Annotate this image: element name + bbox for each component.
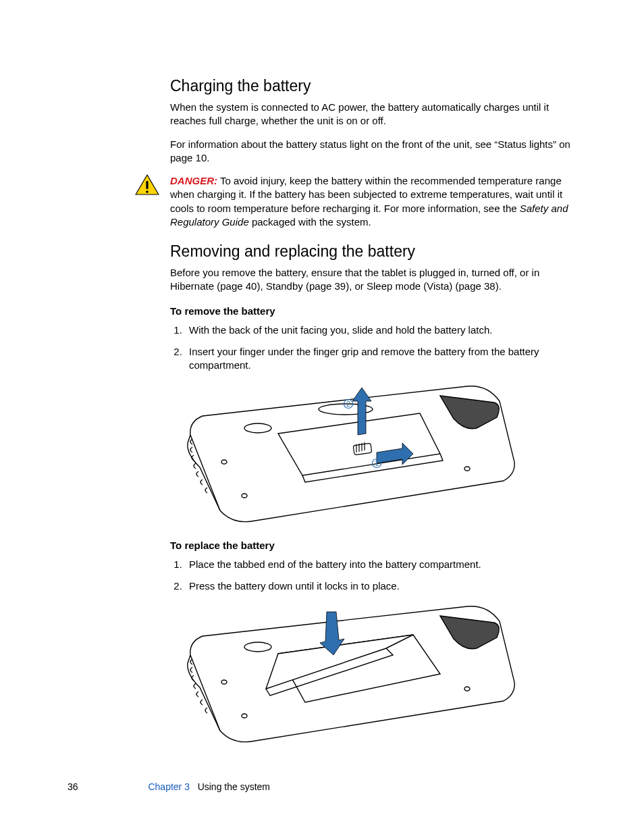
manual-page: Charging the battery When the system is … [0,0,644,834]
remove-steps-list: With the back of the unit facing you, sl… [170,323,575,373]
paragraph: Before you remove the battery, ensure th… [170,266,575,294]
section-heading-charging: Charging the battery [170,76,575,97]
list-item: Insert your finger under the finger grip… [185,345,575,373]
svg-point-18 [221,680,227,684]
danger-body-1: To avoid injury, keep the battery within… [170,175,562,214]
svg-point-19 [242,714,247,718]
svg-rect-1 [146,181,148,189]
callout-number-1: 1 [375,459,379,467]
chapter-label: Chapter 3 [148,781,189,792]
subheading-replace: To replace the battery [170,539,575,552]
section-heading-removing: Removing and replacing the battery [170,241,575,262]
chapter-title-text: Using the system [198,781,270,792]
danger-label: DANGER: [170,175,217,186]
list-item: Place the tabbed end of the battery into… [185,558,575,571]
list-item: Press the battery down until it locks in… [185,579,575,593]
svg-point-5 [221,460,227,464]
svg-rect-8 [353,443,372,454]
svg-point-6 [242,494,247,498]
paragraph: When the system is connected to AC power… [170,101,575,128]
svg-marker-15 [352,388,371,435]
callout-number-2: 2 [346,400,350,408]
page-footer: 36 Chapter 3 Using the system [68,781,270,793]
warning-triangle-icon [135,174,159,196]
svg-point-17 [244,642,271,652]
paragraph: For information about the battery status… [170,138,575,165]
svg-point-3 [244,423,271,433]
subheading-remove: To remove the battery [170,305,575,318]
page-number: 36 [68,781,78,792]
chapter-title [192,781,198,792]
danger-body-2: packaged with the system. [249,216,371,228]
figure-remove-battery: 1 2 [170,381,575,528]
content-column: Charging the battery When the system is … [170,76,575,748]
danger-text: DANGER: To avoid injury, keep the batter… [170,174,575,229]
svg-point-2 [146,190,149,193]
svg-point-7 [464,467,470,471]
svg-point-20 [464,687,470,691]
replace-steps-list: Place the tabbed end of the battery into… [170,558,575,594]
danger-callout: DANGER: To avoid injury, keep the batter… [170,174,575,229]
list-item: With the back of the unit facing you, sl… [185,323,575,337]
figure-replace-battery [170,601,575,748]
